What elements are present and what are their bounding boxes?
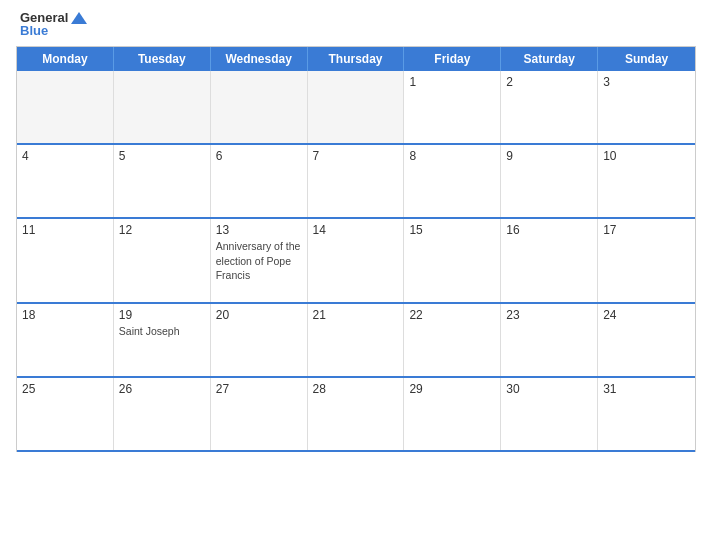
day-cell-16: 16 [501,219,598,302]
day-cell [211,71,308,143]
day-cell-1: 1 [404,71,501,143]
svg-marker-0 [71,12,87,24]
day-cell-9: 9 [501,145,598,217]
day-cell-26: 26 [114,378,211,450]
day-cell-11: 11 [17,219,114,302]
day-cell-13: 13 Anniversary of the election of Pope F… [211,219,308,302]
day-cell-7: 7 [308,145,405,217]
logo-icon [70,11,88,25]
day-cell-28: 28 [308,378,405,450]
logo-blue-text: Blue [20,23,48,38]
day-cell [114,71,211,143]
header-saturday: Saturday [501,47,598,71]
day-cell-20: 20 [211,304,308,376]
day-cell-21: 21 [308,304,405,376]
day-cell [308,71,405,143]
day-cell-31: 31 [598,378,695,450]
day-cell-8: 8 [404,145,501,217]
day-cell-5: 5 [114,145,211,217]
day-cell-6: 6 [211,145,308,217]
day-cell-14: 14 [308,219,405,302]
day-cell-18: 18 [17,304,114,376]
day-cell-29: 29 [404,378,501,450]
event-saint-joseph: Saint Joseph [119,325,180,337]
week-row-5: 25 26 27 28 29 30 31 [17,378,695,452]
header-monday: Monday [17,47,114,71]
day-cell-3: 3 [598,71,695,143]
day-cell-4: 4 [17,145,114,217]
day-cell-27: 27 [211,378,308,450]
day-cell-10: 10 [598,145,695,217]
event-pope-francis: Anniversary of the election of Pope Fran… [216,240,301,281]
day-cell-12: 12 [114,219,211,302]
day-cell-17: 17 [598,219,695,302]
header-sunday: Sunday [598,47,695,71]
calendar: Monday Tuesday Wednesday Thursday Friday… [16,46,696,452]
header-thursday: Thursday [308,47,405,71]
day-cell-23: 23 [501,304,598,376]
week-row-3: 11 12 13 Anniversary of the election of … [17,219,695,304]
day-cell-2: 2 [501,71,598,143]
logo: General Blue [20,10,88,38]
day-cell-30: 30 [501,378,598,450]
header: General Blue [16,10,696,38]
day-headers: Monday Tuesday Wednesday Thursday Friday… [17,47,695,71]
week-row-4: 18 19 Saint Joseph 20 21 22 23 24 [17,304,695,378]
day-cell-19: 19 Saint Joseph [114,304,211,376]
header-friday: Friday [404,47,501,71]
day-cell-15: 15 [404,219,501,302]
day-cell-25: 25 [17,378,114,450]
day-cell [17,71,114,143]
header-wednesday: Wednesday [211,47,308,71]
week-row-1: 1 2 3 [17,71,695,145]
day-cell-22: 22 [404,304,501,376]
page: General Blue Monday Tuesday Wednesday Th… [0,0,712,550]
header-tuesday: Tuesday [114,47,211,71]
week-row-2: 4 5 6 7 8 9 10 [17,145,695,219]
day-cell-24: 24 [598,304,695,376]
